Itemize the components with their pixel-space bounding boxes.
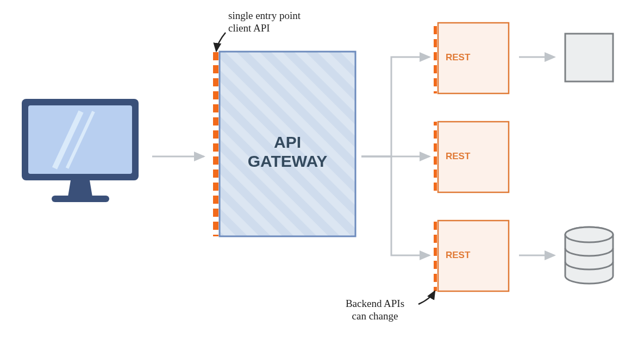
- service-1-label: REST: [446, 52, 470, 63]
- svg-rect-11: [434, 23, 437, 93]
- svg-rect-9: [213, 52, 218, 236]
- svg-rect-7: [52, 196, 109, 202]
- svg-point-17: [565, 227, 613, 242]
- client-monitor-icon: [22, 99, 139, 202]
- annotation-arrow-backend: [418, 291, 435, 304]
- svg-rect-15: [434, 221, 437, 291]
- annotation-entry-point: single entry pointclient API: [228, 10, 332, 35]
- gateway-title: API GATEWAY: [220, 133, 355, 171]
- service-3-label: REST: [446, 250, 470, 261]
- svg-rect-13: [434, 122, 437, 192]
- service-box-3: [434, 221, 509, 291]
- annotation-arrow-entry: [216, 33, 226, 51]
- service-2-label: REST: [446, 151, 470, 162]
- service-box-1: [434, 23, 509, 93]
- fanout-arrows: [361, 57, 429, 255]
- database-icon: [565, 227, 613, 284]
- annotation-backend-change: Backend APIscan change: [332, 298, 418, 323]
- backend-box-icon: [565, 34, 613, 81]
- service-box-2: [434, 122, 509, 192]
